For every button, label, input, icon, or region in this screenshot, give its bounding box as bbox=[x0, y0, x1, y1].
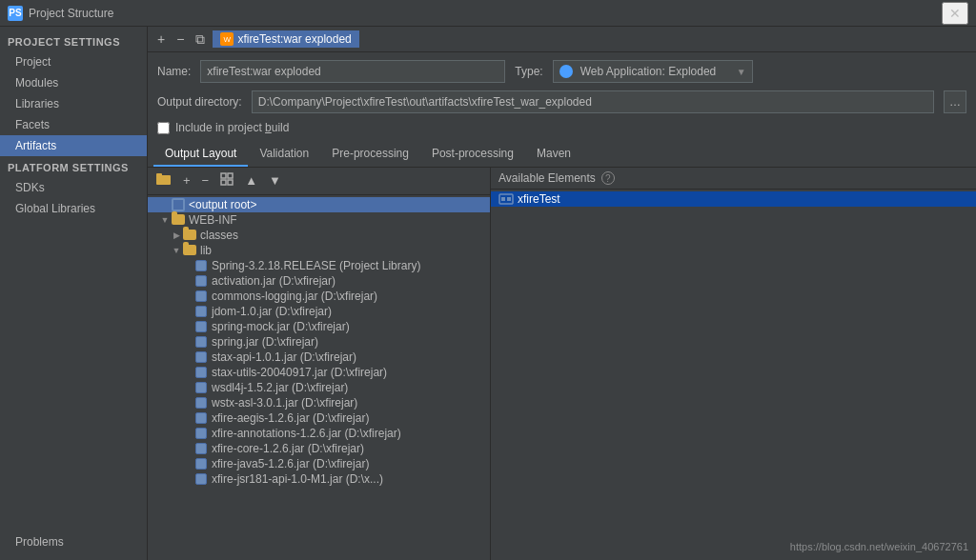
artifact-type-icon: W bbox=[220, 32, 234, 46]
xfire-annotations-jar-icon bbox=[193, 427, 209, 440]
tree-item-jdom[interactable]: jdom-1.0.jar (D:\xfirejar) bbox=[148, 304, 490, 319]
close-button[interactable]: ✕ bbox=[942, 2, 968, 25]
svg-rect-7 bbox=[501, 197, 505, 201]
wsdl4j-jar-icon bbox=[193, 381, 209, 394]
tree-item-output-root[interactable]: <output root> bbox=[148, 197, 490, 212]
sidebar-item-modules[interactable]: Modules bbox=[0, 72, 147, 93]
copy-artifact-button[interactable]: ⧉ bbox=[192, 30, 209, 48]
platform-settings-title: Platform Settings bbox=[0, 156, 147, 177]
tree-item-xfire-annotations[interactable]: xfire-annotations-1.2.6.jar (D:\xfirejar… bbox=[148, 426, 490, 441]
tree-item-classes[interactable]: ▶ classes bbox=[148, 228, 490, 243]
add-element-button[interactable]: + bbox=[178, 171, 195, 190]
output-dir-label: Output directory: bbox=[157, 95, 242, 109]
xfire-jsr181-jar-icon bbox=[193, 472, 209, 486]
sidebar-item-artifacts[interactable]: Artifacts bbox=[0, 135, 147, 156]
output-dir-input[interactable] bbox=[252, 90, 934, 113]
tree-item-xfire-aegis[interactable]: xfire-aegis-1.2.6.jar (D:\xfirejar) bbox=[148, 410, 490, 426]
project-settings-title: Project Settings bbox=[0, 30, 147, 51]
tree-item-xfire-core[interactable]: xfire-core-1.2.6.jar (D:\xfirejar) bbox=[148, 441, 490, 456]
tree-item-spring[interactable]: Spring-3.2.18.RELEASE (Project Library) bbox=[148, 258, 490, 273]
remove-element-button[interactable]: − bbox=[197, 171, 214, 190]
tree-item-stax-api[interactable]: stax-api-1.0.1.jar (D:\xfirejar) bbox=[148, 350, 490, 365]
left-pane: + − ▲ ▼ bbox=[148, 168, 491, 560]
spring-jar-icon bbox=[193, 259, 209, 272]
svg-rect-5 bbox=[228, 180, 233, 185]
tree-label-stax-utils: stax-utils-20040917.jar (D:\xfirejar) bbox=[212, 366, 387, 379]
move-down-button[interactable]: ▼ bbox=[264, 171, 286, 190]
tab-post-processing[interactable]: Post-processing bbox=[420, 142, 525, 167]
app-icon: PS bbox=[8, 6, 23, 21]
tree-item-commons-logging[interactable]: commons-logging.jar (D:\xfirejar) bbox=[148, 289, 490, 304]
remove-artifact-button[interactable]: − bbox=[173, 30, 188, 48]
tree-item-web-inf[interactable]: ▼ WEB-INF bbox=[148, 212, 490, 228]
tree-item-spring-jar[interactable]: spring.jar (D:\xfirejar) bbox=[148, 334, 490, 350]
grid-icon bbox=[220, 172, 234, 186]
title-text: Project Structure bbox=[29, 7, 113, 20]
dropdown-arrow-icon: ▼ bbox=[737, 67, 746, 77]
folder-structure-button[interactable] bbox=[152, 170, 176, 191]
tab-output-layout[interactable]: Output Layout bbox=[153, 142, 248, 167]
arrow-classes: ▶ bbox=[171, 230, 182, 240]
artifact-item[interactable]: W xfireTest:war exploded bbox=[213, 30, 358, 48]
svg-rect-2 bbox=[221, 173, 226, 178]
tree-item-xfire-jsr181[interactable]: xfire-jsr181-api-1.0-M1.jar (D:\x...) bbox=[148, 471, 490, 487]
right-tree-view: xfireTest bbox=[491, 190, 976, 560]
available-elements-header: Available Elements ? bbox=[491, 168, 976, 190]
include-in-build-checkbox[interactable] bbox=[157, 122, 170, 134]
move-up-button[interactable]: ▲ bbox=[240, 171, 262, 190]
tree-item-spring-mock[interactable]: spring-mock.jar (D:\xfirejar) bbox=[148, 319, 490, 334]
type-dropdown[interactable]: Web Application: Exploded ▼ bbox=[553, 60, 753, 83]
tree-item-wsdl4j[interactable]: wsdl4j-1.5.2.jar (D:\xfirejar) bbox=[148, 380, 490, 395]
tab-maven[interactable]: Maven bbox=[525, 142, 582, 167]
left-tree-view: <output root> ▼ WEB-INF ▶ bbox=[148, 195, 490, 560]
type-web-icon bbox=[559, 65, 573, 78]
name-input[interactable] bbox=[200, 60, 505, 83]
tree-label-web-inf: WEB-INF bbox=[189, 213, 237, 227]
tree-label-xfire-jsr181: xfire-jsr181-api-1.0-M1.jar (D:\x...) bbox=[212, 472, 383, 486]
jdom-jar-icon bbox=[193, 305, 209, 318]
tree-item-stax-utils[interactable]: stax-utils-20040917.jar (D:\xfirejar) bbox=[148, 365, 490, 380]
title-bar: PS Project Structure ✕ bbox=[0, 0, 976, 27]
tree-item-xfire-java5[interactable]: xfire-java5-1.2.6.jar (D:\xfirejar) bbox=[148, 456, 490, 471]
sidebar-item-facets[interactable]: Facets bbox=[0, 114, 147, 135]
type-value: Web Application: Exploded bbox=[580, 65, 717, 78]
help-icon[interactable]: ? bbox=[601, 171, 615, 185]
tree-label-jdom: jdom-1.0.jar (D:\xfirejar) bbox=[212, 305, 332, 318]
watermark: https://blog.csdn.net/weixin_40672761 bbox=[790, 541, 968, 552]
tree-label-xfire-aegis: xfire-aegis-1.2.6.jar (D:\xfirejar) bbox=[212, 411, 369, 425]
folder-icon bbox=[156, 172, 172, 186]
sidebar-item-libraries[interactable]: Libraries bbox=[0, 93, 147, 114]
left-pane-toolbar: + − ▲ ▼ bbox=[148, 168, 490, 195]
include-in-build-label: Include in project build bbox=[175, 121, 289, 134]
artifact-item-label: xfireTest:war exploded bbox=[237, 32, 351, 46]
name-type-row: Name: Type: Web Application: Exploded ▼ bbox=[148, 52, 976, 87]
tree-label-spring-jar: spring.jar (D:\xfirejar) bbox=[212, 335, 318, 349]
tree-label-classes: classes bbox=[200, 229, 238, 242]
tree-item-activation[interactable]: activation.jar (D:\xfirejar) bbox=[148, 273, 490, 289]
activation-jar-icon bbox=[193, 274, 209, 288]
tree-label-activation: activation.jar (D:\xfirejar) bbox=[212, 274, 336, 288]
arrow-lib: ▼ bbox=[171, 246, 182, 255]
wstx-asl-jar-icon bbox=[193, 396, 209, 410]
tree-label-wstx-asl: wstx-asl-3.0.1.jar (D:\xfirejar) bbox=[212, 396, 357, 410]
right-tree-label-xfiretest: xfireTest bbox=[518, 192, 560, 206]
tab-pre-processing[interactable]: Pre-processing bbox=[320, 142, 420, 167]
tree-label-lib: lib bbox=[200, 244, 212, 257]
sidebar-item-sdks[interactable]: SDKs bbox=[0, 177, 147, 198]
layout-button[interactable] bbox=[215, 170, 238, 191]
available-elements-label: Available Elements bbox=[498, 171, 596, 185]
tab-validation[interactable]: Validation bbox=[248, 142, 320, 167]
sidebar-item-project[interactable]: Project bbox=[0, 51, 147, 72]
tree-item-lib[interactable]: ▼ lib bbox=[148, 243, 490, 258]
tree-item-wstx-asl[interactable]: wstx-asl-3.0.1.jar (D:\xfirejar) bbox=[148, 395, 490, 410]
browse-dir-button[interactable]: … bbox=[944, 90, 966, 113]
sidebar-item-global-libraries[interactable]: Global Libraries bbox=[0, 198, 147, 219]
sidebar-item-problems[interactable]: Problems bbox=[0, 531, 147, 552]
tree-label-output-root: <output root> bbox=[189, 198, 256, 211]
tree-label-stax-api: stax-api-1.0.1.jar (D:\xfirejar) bbox=[212, 350, 356, 364]
tab-bar: Output Layout Validation Pre-processing … bbox=[148, 142, 976, 168]
right-tree-item-xfiretest[interactable]: xfireTest bbox=[491, 191, 976, 207]
spring-mock-jar-icon bbox=[193, 320, 209, 333]
tree-label-spring: Spring-3.2.18.RELEASE (Project Library) bbox=[212, 259, 420, 272]
add-artifact-button[interactable]: + bbox=[153, 30, 169, 48]
